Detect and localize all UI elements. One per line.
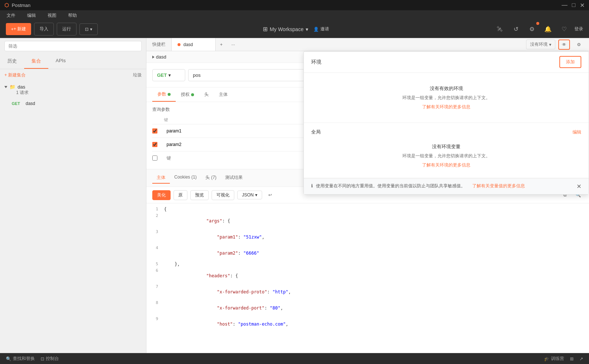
breadcrumb-chevron-icon	[152, 56, 154, 59]
training-button[interactable]: 🎓 训练营	[544, 356, 564, 362]
line-num-6: 6	[146, 268, 164, 284]
notification-area: ⚙	[526, 23, 538, 35]
wrap-button[interactable]: ↩	[265, 190, 275, 200]
new-button[interactable]: + + 新建	[6, 23, 31, 35]
search-icon: 🔍	[6, 356, 11, 361]
sync-icon-button[interactable]: ↺	[510, 23, 522, 35]
global-empty-state: 没有环境变量 环境是一组变量，允许您切换请求的上下文。 了解有关环境的更多信息	[311, 140, 581, 172]
req-tab-body[interactable]: 主体	[214, 87, 233, 102]
headers-tab-label: 头 (7)	[205, 175, 216, 180]
info-learn-link[interactable]: 了解有关变量值的更多信息	[472, 183, 525, 189]
menu-view[interactable]: 视图	[45, 11, 59, 20]
param2-checkbox[interactable]	[152, 142, 157, 147]
resp-tab-headers[interactable]: 头 (7)	[201, 172, 221, 184]
resp-tab-cookies[interactable]: Cookies (1)	[170, 172, 201, 184]
postman-logo-icon: ⬡	[4, 2, 9, 8]
tune-icon: ⚙	[577, 42, 581, 47]
new-collection-button[interactable]: + 新建集合	[4, 72, 26, 78]
env-section: 没有有效的环境 环境是一组变量，允许您切换请求的上下文。 了解有关环境的更多信息	[304, 73, 589, 123]
code-area: 1 { 2 "args": { 3 "param1": "51zxw",	[146, 203, 589, 353]
global-title: 全局	[311, 129, 321, 135]
run-button[interactable]: 运行	[57, 23, 77, 35]
global-empty-desc: 环境是一组变量，允许您切换请求的上下文。	[311, 153, 581, 159]
menu-file[interactable]: 文件	[4, 11, 18, 20]
beautify-button[interactable]: 美化	[152, 190, 171, 200]
sidebar-tab-history[interactable]: 历史	[0, 54, 24, 69]
satellite-icon-button[interactable]: 🛰	[494, 23, 506, 35]
get-method-badge: GET	[12, 101, 23, 106]
workspace-selector[interactable]: ⊞ My Workspace ▾	[263, 26, 308, 33]
import-button[interactable]: 导入	[34, 23, 54, 35]
bottom-icon-btn-2[interactable]: ↗	[579, 356, 583, 361]
sidebar-tab-apis[interactable]: APIs	[48, 54, 73, 69]
line-num-9: 9	[146, 316, 164, 332]
response-area: 主体 Cookies (1) 头 (7) 测试结果 状态: 200	[146, 169, 589, 353]
heart-icon: ♡	[562, 26, 567, 33]
req-tab-auth[interactable]: 授权	[176, 87, 199, 102]
maximize-button[interactable]: □	[572, 2, 575, 9]
code-line-1: 1 {	[146, 206, 589, 213]
environment-selector[interactable]: 没有环境 ▾	[526, 40, 555, 49]
bottom-icon-btn-1[interactable]: ⊞	[570, 356, 574, 361]
console-button[interactable]: ⊡ 控制台	[41, 356, 59, 362]
menu-help[interactable]: 帮助	[66, 11, 79, 20]
settings-icon-button[interactable]: ⚙	[526, 23, 538, 35]
add-tab-button[interactable]: +	[216, 38, 227, 51]
menu-edit[interactable]: 编辑	[25, 11, 38, 20]
share-arrow: ▾	[90, 27, 92, 32]
raw-button[interactable]: 原	[174, 190, 187, 200]
env-info-close-button[interactable]: ✕	[577, 183, 581, 190]
quick-bar-tab[interactable]: 快捷栏	[146, 38, 172, 51]
param1-checkbox[interactable]	[152, 128, 157, 134]
search-replace-button[interactable]: 🔍 查找和替换	[6, 356, 35, 362]
empty-param-checkbox[interactable]	[152, 155, 157, 161]
training-label: 训练营	[551, 356, 564, 362]
body-tab-label: 主体	[157, 175, 165, 180]
line-num-3: 3	[146, 229, 164, 245]
sidebar-tabs: 历史 集合 APIs	[0, 54, 146, 69]
req-tab-headers[interactable]: 头	[199, 87, 214, 102]
env-empty-desc: 环境是一组变量，允许您切换请求的上下文。	[311, 95, 581, 101]
bottom-bar-right: 🎓 训练营 ⊞ ↗	[544, 356, 583, 362]
tab-label: dasd	[183, 42, 193, 47]
workspace-dropdown-icon: ▾	[306, 26, 308, 32]
params-dot-icon	[168, 93, 171, 96]
env-empty-title: 没有有效的环境	[311, 85, 581, 92]
sidebar-tab-collection[interactable]: 集合	[24, 54, 48, 69]
heart-icon-button[interactable]: ♡	[558, 23, 570, 35]
eye-button[interactable]: 👁	[558, 40, 570, 50]
login-button[interactable]: 登录	[574, 26, 583, 32]
more-tabs-button[interactable]: ···	[227, 38, 239, 51]
global-learn-link[interactable]: 了解有关环境的更多信息	[422, 162, 470, 168]
close-button[interactable]: ✕	[580, 2, 585, 9]
toolbar-right: 🛰 ↺ ⚙ 🔔 ♡ 登录	[494, 23, 583, 35]
preview-button[interactable]: 预览	[190, 190, 209, 200]
env-add-button[interactable]: 添加	[559, 56, 581, 68]
json-format-selector[interactable]: JSON ▾	[237, 191, 262, 199]
visualize-button[interactable]: 可视化	[212, 190, 234, 200]
env-dropdown-icon: ▾	[549, 42, 551, 47]
line-content-9: "host": "postman-echo.com",	[164, 316, 589, 332]
test-results-label: 测试结果	[225, 175, 243, 180]
collection-das[interactable]: 📁 das 1 请求	[0, 81, 146, 99]
request-tab-dasd[interactable]: dasd	[172, 38, 216, 51]
minimize-button[interactable]: —	[562, 2, 567, 9]
sidebar-search-input[interactable]	[4, 41, 142, 51]
bell-icon-button[interactable]: 🔔	[542, 23, 554, 35]
invite-button[interactable]: 👤 邀请	[313, 26, 329, 32]
line-content-8: "x-forwarded-port": "80",	[164, 300, 589, 316]
method-selector[interactable]: GET ▾	[152, 69, 185, 81]
resp-tab-test-results[interactable]: 测试结果	[221, 172, 247, 184]
method-label: GET	[157, 72, 167, 78]
request-item-dasd[interactable]: GET dasd	[0, 99, 146, 108]
trash-button[interactable]: 垃圾	[133, 72, 142, 78]
share-button[interactable]: ⊡ ▾	[79, 23, 98, 35]
collection-name: das	[18, 84, 25, 90]
global-edit-button[interactable]: 编辑	[573, 129, 581, 135]
env-learn-link[interactable]: 了解有关环境的更多信息	[422, 104, 470, 109]
req-tab-params[interactable]: 参数	[152, 87, 176, 102]
resp-tab-body[interactable]: 主体	[152, 172, 170, 184]
check-col-header	[152, 117, 161, 123]
env-settings-button[interactable]: ⚙	[573, 40, 585, 50]
info-text: 使用变量在不同的地方重用值。使用变量的当前值以防止与团队共享敏感值。	[316, 183, 465, 189]
